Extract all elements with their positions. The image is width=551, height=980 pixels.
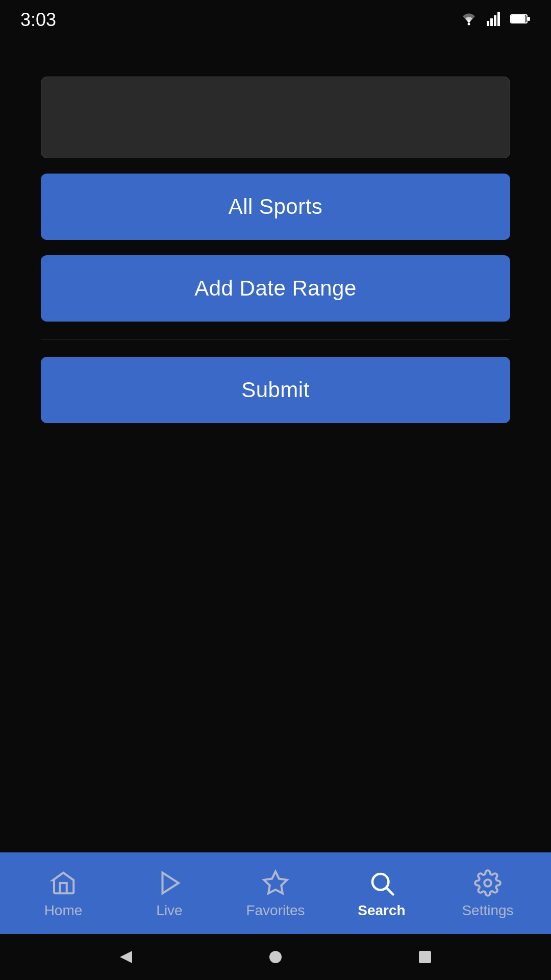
settings-nav-label: Settings — [462, 902, 513, 919]
svg-rect-3 — [494, 15, 496, 26]
android-back-button[interactable] — [111, 942, 141, 972]
android-nav-bar — [0, 934, 551, 980]
status-time: 3:03 — [20, 9, 56, 31]
svg-rect-1 — [487, 21, 489, 26]
nav-item-home[interactable]: Home — [10, 868, 116, 919]
svg-point-0 — [468, 23, 470, 26]
svg-marker-10 — [264, 872, 287, 894]
nav-item-favorites[interactable]: Favorites — [222, 868, 329, 919]
signal-icon — [487, 12, 502, 28]
svg-rect-16 — [419, 951, 431, 963]
wifi-icon — [459, 12, 479, 28]
nav-item-search[interactable]: Search — [329, 868, 435, 919]
status-bar: 3:03 — [0, 0, 551, 36]
favorites-nav-label: Favorites — [246, 902, 305, 919]
android-home-button[interactable] — [260, 942, 291, 972]
nav-item-live[interactable]: Live — [116, 868, 222, 919]
home-icon — [48, 868, 79, 898]
search-input-container[interactable] — [41, 77, 510, 158]
svg-point-15 — [269, 951, 282, 963]
add-date-range-button[interactable]: Add Date Range — [41, 255, 510, 322]
svg-marker-14 — [120, 951, 132, 963]
bottom-nav: Home Live Favorites Search — [0, 852, 551, 934]
empty-area — [41, 438, 510, 832]
nav-item-settings[interactable]: Settings — [435, 868, 541, 919]
battery-icon — [510, 13, 531, 27]
all-sports-button[interactable]: All Sports — [41, 174, 510, 240]
search-text-input[interactable] — [41, 77, 510, 158]
svg-rect-6 — [528, 17, 530, 21]
status-icons — [459, 12, 531, 28]
svg-point-13 — [484, 879, 491, 887]
search-nav-icon — [366, 868, 397, 898]
settings-icon — [472, 868, 503, 898]
android-recents-button[interactable] — [410, 942, 440, 972]
svg-line-12 — [387, 888, 393, 894]
svg-rect-2 — [490, 18, 493, 26]
home-nav-label: Home — [44, 902, 83, 919]
live-icon — [154, 868, 185, 898]
main-content: All Sports Add Date Range Submit — [0, 36, 551, 852]
svg-marker-9 — [163, 873, 179, 894]
favorites-icon — [260, 868, 291, 898]
live-nav-label: Live — [156, 902, 182, 919]
search-nav-label: Search — [358, 902, 405, 919]
submit-button[interactable]: Submit — [41, 357, 510, 423]
svg-rect-4 — [497, 12, 500, 26]
divider — [41, 339, 510, 339]
svg-rect-8 — [511, 15, 525, 22]
